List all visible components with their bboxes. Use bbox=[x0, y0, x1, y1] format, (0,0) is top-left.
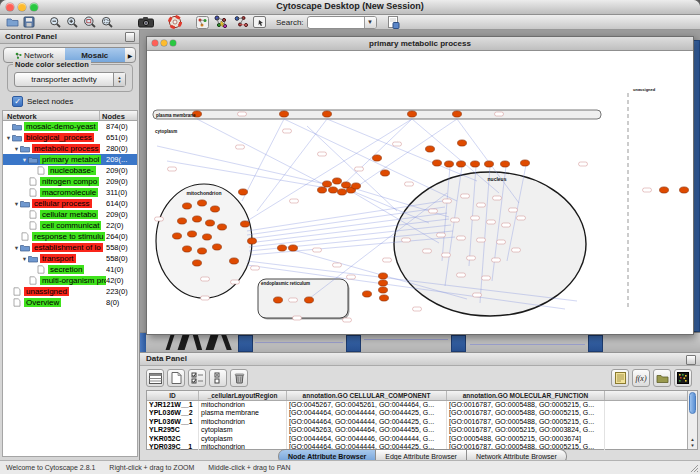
import-attributes-folder-icon[interactable] bbox=[653, 369, 671, 387]
graph-node-small bbox=[442, 253, 451, 257]
tree-row[interactable]: macromolecule311(0) bbox=[3, 187, 137, 198]
tree-column-nodes[interactable]: Nodes bbox=[100, 111, 137, 120]
plugin-manager-icon[interactable] bbox=[387, 16, 400, 29]
file-icon bbox=[36, 265, 46, 274]
apply-layout-icon[interactable] bbox=[213, 16, 229, 29]
background-window-accent bbox=[588, 335, 603, 352]
table-row[interactable]: YKR052Ccytoplasm[GO:0044464, GO:0044446,… bbox=[147, 435, 697, 443]
cell-molecular-function: [GO:0016787, GO:0005215, GO:0003824, G..… bbox=[447, 426, 605, 434]
select-attributes-icon[interactable] bbox=[188, 369, 206, 387]
float-panel-icon[interactable] bbox=[125, 32, 135, 42]
table-column-header[interactable]: annotation.GO CELLULAR_COMPONENT bbox=[287, 391, 447, 400]
tab-overflow-arrow-icon[interactable]: ▶ bbox=[125, 52, 135, 59]
open-file-icon[interactable] bbox=[6, 16, 19, 29]
graph-node-small bbox=[457, 236, 466, 240]
tree-row[interactable]: Overview8(0) bbox=[3, 297, 137, 308]
table-scrollbar[interactable]: ▲▼ bbox=[687, 391, 697, 449]
function-builder-icon[interactable]: f(x) bbox=[632, 369, 650, 387]
zoom-in-icon[interactable] bbox=[66, 16, 79, 29]
tree-row[interactable]: ▼transport558(0) bbox=[3, 253, 137, 264]
file-icon bbox=[28, 276, 38, 285]
zoom-out-icon[interactable] bbox=[49, 16, 62, 29]
tree-row[interactable]: cellular metabo209(0) bbox=[3, 209, 137, 220]
label-unassigned: unassigned bbox=[633, 87, 656, 92]
tree-column-network[interactable]: Network bbox=[3, 111, 100, 120]
vizmapper-icon[interactable] bbox=[196, 16, 209, 29]
tree-row[interactable]: nucleobase-209(0) bbox=[3, 165, 137, 176]
status-pan-hint: Middle-click + drag to PAN bbox=[208, 464, 290, 471]
expand-arrow-icon[interactable]: ▼ bbox=[5, 135, 12, 141]
tree-row[interactable]: ▼cellular process614(0) bbox=[3, 198, 137, 209]
search-input[interactable] bbox=[308, 18, 364, 27]
graph-node-selected bbox=[178, 218, 187, 224]
zoom-fit-icon[interactable] bbox=[101, 16, 114, 29]
graph-node-small bbox=[168, 167, 177, 171]
expand-arrow-icon[interactable]: ▼ bbox=[13, 201, 20, 207]
tree-row[interactable]: ▼biological_process651(0) bbox=[3, 132, 137, 143]
network-view-title: primary metabolic process bbox=[147, 39, 693, 48]
data-panel-header: Data Panel bbox=[140, 353, 700, 366]
tree-row-label: establishment of lo bbox=[32, 243, 103, 252]
save-session-icon[interactable] bbox=[23, 16, 35, 29]
scrollbar-thumb[interactable] bbox=[689, 392, 696, 414]
table-column-header[interactable]: ID bbox=[147, 391, 199, 400]
tree-row-node-count: 280(0) bbox=[106, 144, 137, 153]
tree-row[interactable]: unassigned223(0) bbox=[3, 286, 137, 297]
table-column-header[interactable]: annotation.GO MOLECULAR_FUNCTION bbox=[447, 391, 605, 400]
tree-row[interactable]: secretion41(0) bbox=[3, 264, 137, 275]
cell-id: YPL036W__2 bbox=[147, 409, 199, 417]
help-lifesaver-icon[interactable] bbox=[168, 16, 182, 29]
zoom-selected-icon[interactable] bbox=[83, 16, 97, 29]
search-label: Search: bbox=[276, 18, 304, 27]
attribute-table-icon[interactable] bbox=[146, 369, 164, 387]
heatmap-matrix-icon[interactable] bbox=[674, 369, 692, 387]
resize-grip-icon[interactable] bbox=[689, 463, 699, 473]
network-canvas[interactable]: plasma membranecytoplasmmitochondrionnuc… bbox=[147, 51, 691, 334]
file-icon bbox=[12, 287, 22, 296]
graph-node-small bbox=[251, 266, 260, 270]
graph-node-small bbox=[290, 199, 299, 203]
modify-network-icon[interactable] bbox=[233, 16, 249, 29]
unselect-attributes-icon[interactable] bbox=[209, 369, 227, 387]
search-box: ▼ bbox=[307, 16, 377, 29]
notes-icon[interactable] bbox=[611, 369, 629, 387]
graph-node-selected bbox=[198, 248, 207, 254]
graph-node-selected bbox=[274, 297, 283, 303]
tree-row-node-count: 264(0) bbox=[106, 232, 137, 241]
graph-node-selected bbox=[211, 206, 220, 212]
graph-node-selected bbox=[203, 234, 212, 240]
graph-node-small bbox=[492, 258, 501, 262]
network-view-titlebar[interactable]: primary metabolic process bbox=[147, 37, 693, 51]
delete-attribute-trash-icon[interactable] bbox=[230, 369, 248, 387]
data-panel-float-icon[interactable] bbox=[686, 355, 696, 365]
tree-row[interactable]: cell communicat22(0) bbox=[3, 220, 137, 231]
expand-arrow-icon[interactable]: ▼ bbox=[13, 146, 20, 152]
tree-row[interactable]: ▼primary metabol209(... bbox=[3, 154, 137, 165]
graph-node-small bbox=[482, 276, 491, 280]
expand-arrow-icon[interactable]: ▼ bbox=[13, 245, 20, 251]
annotation-icon[interactable] bbox=[253, 16, 266, 29]
new-attribute-icon[interactable] bbox=[167, 369, 185, 387]
table-column-header[interactable]: _cellularLayoutRegion bbox=[199, 391, 287, 400]
table-row[interactable]: YLR295Ccytoplasm[GO:0045263, GO:0044464,… bbox=[147, 426, 697, 434]
search-dropdown-arrow-icon[interactable]: ▼ bbox=[364, 17, 376, 28]
tree-row[interactable]: ▼metabolic process280(0) bbox=[3, 143, 137, 154]
graph-node-small bbox=[473, 293, 482, 297]
select-nodes-checkbox[interactable]: ✓ bbox=[12, 96, 23, 107]
cell-cellular-component: [GO:0044464, GO:0044444, GO:0044425, G..… bbox=[287, 418, 447, 426]
expand-arrow-icon[interactable]: ▼ bbox=[21, 157, 28, 163]
window-titlebar[interactable]: Cytoscape Desktop (New Session) bbox=[0, 0, 700, 15]
graph-node-selected bbox=[218, 224, 227, 230]
table-row[interactable]: YJR121W__1mitochondrion[GO:0045267, GO:0… bbox=[147, 401, 697, 409]
scrollbar-arrows[interactable]: ▲▼ bbox=[688, 437, 697, 449]
tree-row[interactable]: ▼establishment of lo558(0) bbox=[3, 242, 137, 253]
tree-row[interactable]: response to stimulu264(0) bbox=[3, 231, 137, 242]
tree-row[interactable]: mosaic-demo-yeast874(0) bbox=[3, 121, 137, 132]
snapshot-camera-icon[interactable] bbox=[138, 16, 154, 29]
tree-row[interactable]: nitrogen compo209(0) bbox=[3, 176, 137, 187]
expand-arrow-icon[interactable]: ▼ bbox=[21, 256, 28, 262]
node-color-combobox[interactable]: transporter activity ▲▼ bbox=[14, 72, 126, 87]
tree-row[interactable]: multi-organism pro42(0) bbox=[3, 275, 137, 286]
table-row[interactable]: YPL036W__2plasma membrane[GO:0044464, GO… bbox=[147, 409, 697, 417]
table-row[interactable]: YPL036W__1mitochondrion[GO:0044464, GO:0… bbox=[147, 418, 697, 426]
